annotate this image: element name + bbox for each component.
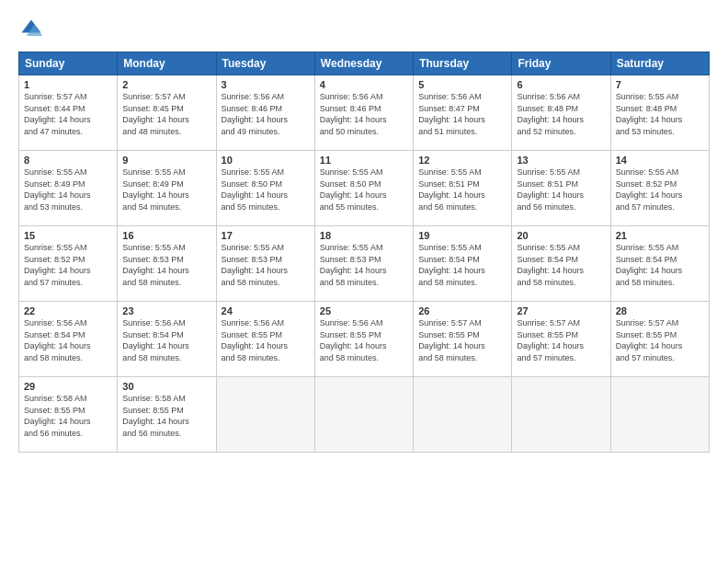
day-number: 1	[24, 79, 112, 90]
day-number: 16	[122, 230, 210, 241]
calendar-day: 23Sunrise: 5:56 AMSunset: 8:54 PMDayligh…	[118, 302, 216, 377]
calendar-table: SundayMondayTuesdayWednesdayThursdayFrid…	[18, 52, 710, 453]
day-info: Sunrise: 5:55 AMSunset: 8:53 PMDaylight:…	[222, 243, 289, 287]
calendar-day: 14Sunrise: 5:55 AMSunset: 8:52 PMDayligh…	[610, 151, 709, 226]
day-number: 21	[616, 230, 704, 241]
day-info: Sunrise: 5:56 AMSunset: 8:48 PMDaylight:…	[517, 92, 584, 136]
day-info: Sunrise: 5:55 AMSunset: 8:54 PMDaylight:…	[616, 243, 683, 287]
calendar-day: 12Sunrise: 5:55 AMSunset: 8:51 PMDayligh…	[414, 151, 512, 226]
calendar-day	[512, 377, 610, 453]
calendar-week-row: 15Sunrise: 5:55 AMSunset: 8:52 PMDayligh…	[19, 226, 710, 302]
day-info: Sunrise: 5:58 AMSunset: 8:55 PMDaylight:…	[24, 394, 91, 438]
day-number: 8	[24, 155, 112, 166]
calendar-day: 2Sunrise: 5:57 AMSunset: 8:45 PMDaylight…	[118, 75, 216, 151]
calendar-week-row: 29Sunrise: 5:58 AMSunset: 8:55 PMDayligh…	[19, 377, 710, 453]
calendar-day: 29Sunrise: 5:58 AMSunset: 8:55 PMDayligh…	[19, 377, 118, 453]
day-number: 9	[122, 155, 210, 166]
calendar-day: 20Sunrise: 5:55 AMSunset: 8:54 PMDayligh…	[512, 226, 610, 302]
day-number: 3	[222, 79, 310, 90]
day-number: 14	[616, 155, 704, 166]
calendar-day: 4Sunrise: 5:56 AMSunset: 8:46 PMDaylight…	[314, 75, 413, 151]
calendar-day: 5Sunrise: 5:56 AMSunset: 8:47 PMDaylight…	[414, 75, 512, 151]
day-of-week-header: Saturday	[610, 52, 709, 75]
day-info: Sunrise: 5:55 AMSunset: 8:52 PMDaylight:…	[24, 243, 91, 287]
calendar-day: 3Sunrise: 5:56 AMSunset: 8:46 PMDaylight…	[216, 75, 314, 151]
calendar-day	[610, 377, 709, 453]
calendar-day: 26Sunrise: 5:57 AMSunset: 8:55 PMDayligh…	[414, 302, 512, 377]
day-number: 13	[517, 155, 605, 166]
calendar-day: 9Sunrise: 5:55 AMSunset: 8:49 PMDaylight…	[118, 151, 216, 226]
day-info: Sunrise: 5:57 AMSunset: 8:44 PMDaylight:…	[24, 92, 91, 136]
calendar-day: 13Sunrise: 5:55 AMSunset: 8:51 PMDayligh…	[512, 151, 610, 226]
day-info: Sunrise: 5:57 AMSunset: 8:45 PMDaylight:…	[122, 92, 189, 136]
calendar-header-row: SundayMondayTuesdayWednesdayThursdayFrid…	[19, 52, 710, 75]
day-info: Sunrise: 5:55 AMSunset: 8:54 PMDaylight:…	[517, 243, 584, 287]
day-of-week-header: Friday	[512, 52, 610, 75]
calendar-day: 28Sunrise: 5:57 AMSunset: 8:55 PMDayligh…	[610, 302, 709, 377]
day-info: Sunrise: 5:56 AMSunset: 8:46 PMDaylight:…	[222, 92, 289, 136]
calendar-day: 21Sunrise: 5:55 AMSunset: 8:54 PMDayligh…	[610, 226, 709, 302]
day-number: 27	[517, 305, 605, 316]
day-info: Sunrise: 5:56 AMSunset: 8:54 PMDaylight:…	[24, 318, 91, 362]
day-info: Sunrise: 5:57 AMSunset: 8:55 PMDaylight:…	[616, 318, 683, 362]
day-number: 17	[222, 230, 310, 241]
day-of-week-header: Monday	[118, 52, 216, 75]
day-info: Sunrise: 5:56 AMSunset: 8:46 PMDaylight:…	[320, 92, 387, 136]
calendar-day	[414, 377, 512, 453]
calendar-day: 18Sunrise: 5:55 AMSunset: 8:53 PMDayligh…	[314, 226, 413, 302]
day-of-week-header: Thursday	[414, 52, 512, 75]
calendar-day: 17Sunrise: 5:55 AMSunset: 8:53 PMDayligh…	[216, 226, 314, 302]
day-number: 18	[320, 230, 408, 241]
day-number: 23	[122, 305, 210, 316]
day-number: 12	[418, 155, 506, 166]
day-number: 11	[320, 155, 408, 166]
calendar-week-row: 22Sunrise: 5:56 AMSunset: 8:54 PMDayligh…	[19, 302, 710, 377]
day-number: 6	[517, 79, 605, 90]
calendar-day: 27Sunrise: 5:57 AMSunset: 8:55 PMDayligh…	[512, 302, 610, 377]
day-number: 5	[418, 79, 506, 90]
calendar-day: 25Sunrise: 5:56 AMSunset: 8:55 PMDayligh…	[314, 302, 413, 377]
day-number: 2	[122, 79, 210, 90]
day-of-week-header: Tuesday	[216, 52, 314, 75]
calendar-day: 10Sunrise: 5:55 AMSunset: 8:50 PMDayligh…	[216, 151, 314, 226]
day-info: Sunrise: 5:55 AMSunset: 8:50 PMDaylight:…	[222, 167, 289, 212]
page: SundayMondayTuesdayWednesdayThursdayFrid…	[0, 0, 728, 563]
day-number: 25	[320, 305, 408, 316]
day-info: Sunrise: 5:57 AMSunset: 8:55 PMDaylight:…	[418, 318, 485, 362]
calendar-day: 8Sunrise: 5:55 AMSunset: 8:49 PMDaylight…	[19, 151, 118, 226]
day-info: Sunrise: 5:55 AMSunset: 8:48 PMDaylight:…	[616, 92, 683, 136]
calendar-day: 6Sunrise: 5:56 AMSunset: 8:48 PMDaylight…	[512, 75, 610, 151]
day-info: Sunrise: 5:57 AMSunset: 8:55 PMDaylight:…	[517, 318, 584, 362]
day-number: 7	[616, 79, 704, 90]
day-info: Sunrise: 5:56 AMSunset: 8:47 PMDaylight:…	[418, 92, 485, 136]
calendar-day: 1Sunrise: 5:57 AMSunset: 8:44 PMDaylight…	[19, 75, 118, 151]
calendar-day	[216, 377, 314, 453]
logo-icon	[18, 17, 44, 42]
day-number: 22	[24, 305, 112, 316]
day-number: 28	[616, 305, 704, 316]
day-info: Sunrise: 5:55 AMSunset: 8:53 PMDaylight:…	[320, 243, 387, 287]
day-number: 19	[418, 230, 506, 241]
day-info: Sunrise: 5:56 AMSunset: 8:55 PMDaylight:…	[222, 318, 289, 362]
day-info: Sunrise: 5:56 AMSunset: 8:55 PMDaylight:…	[320, 318, 387, 362]
day-info: Sunrise: 5:55 AMSunset: 8:49 PMDaylight:…	[24, 167, 91, 212]
day-info: Sunrise: 5:55 AMSunset: 8:54 PMDaylight:…	[418, 243, 485, 287]
calendar-day	[314, 377, 413, 453]
day-of-week-header: Wednesday	[314, 52, 413, 75]
logo	[18, 17, 48, 42]
calendar-day: 24Sunrise: 5:56 AMSunset: 8:55 PMDayligh…	[216, 302, 314, 377]
calendar-day: 16Sunrise: 5:55 AMSunset: 8:53 PMDayligh…	[118, 226, 216, 302]
day-number: 10	[222, 155, 310, 166]
calendar-day: 30Sunrise: 5:58 AMSunset: 8:55 PMDayligh…	[118, 377, 216, 453]
day-info: Sunrise: 5:55 AMSunset: 8:49 PMDaylight:…	[122, 167, 189, 212]
day-info: Sunrise: 5:55 AMSunset: 8:52 PMDaylight:…	[616, 167, 683, 212]
day-number: 4	[320, 79, 408, 90]
calendar-day: 19Sunrise: 5:55 AMSunset: 8:54 PMDayligh…	[414, 226, 512, 302]
day-info: Sunrise: 5:58 AMSunset: 8:55 PMDaylight:…	[122, 394, 189, 438]
day-info: Sunrise: 5:55 AMSunset: 8:50 PMDaylight:…	[320, 167, 387, 212]
day-info: Sunrise: 5:55 AMSunset: 8:51 PMDaylight:…	[418, 167, 485, 212]
day-info: Sunrise: 5:55 AMSunset: 8:51 PMDaylight:…	[517, 167, 584, 212]
day-info: Sunrise: 5:56 AMSunset: 8:54 PMDaylight:…	[122, 318, 189, 362]
calendar-day: 11Sunrise: 5:55 AMSunset: 8:50 PMDayligh…	[314, 151, 413, 226]
day-info: Sunrise: 5:55 AMSunset: 8:53 PMDaylight:…	[122, 243, 189, 287]
